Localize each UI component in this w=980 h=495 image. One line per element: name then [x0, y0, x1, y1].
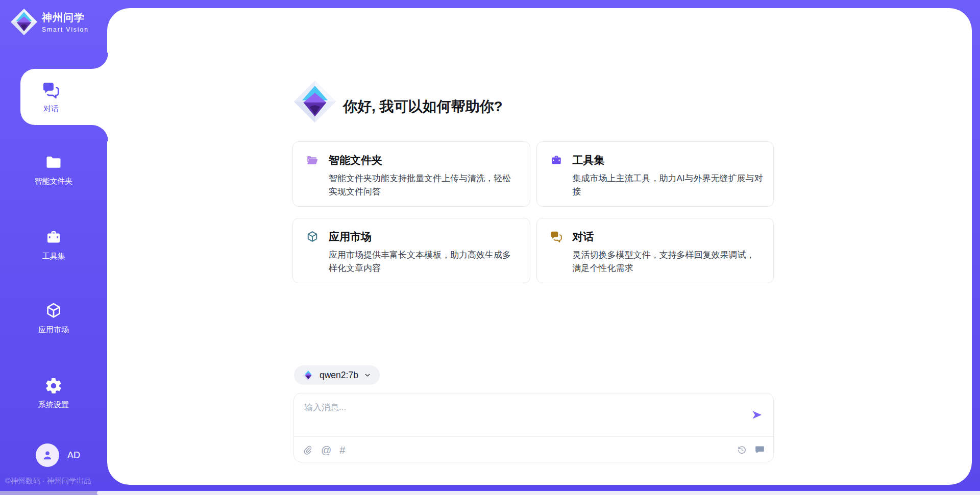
message-input[interactable]	[304, 402, 733, 432]
greeting-title: 你好, 我可以如何帮助你?	[343, 97, 503, 116]
card-description: 智能文件夹功能支持批量文件上传与清洗，轻松实现文件问答	[329, 172, 520, 199]
sidebar-item-market[interactable]: 应用市场	[0, 302, 107, 335]
model-logo-icon	[302, 369, 314, 381]
cube-icon	[44, 302, 63, 320]
gear-icon	[44, 377, 63, 395]
card-smart-folders[interactable]: 智能文件夹 智能文件夹功能支持批量文件上传与清洗，轻松实现文件问答	[292, 141, 530, 207]
card-title: 应用市场	[329, 230, 372, 244]
sidebar-item-chat[interactable]: 对话	[20, 69, 108, 125]
comment-icon	[754, 444, 765, 455]
sidebar-item-settings[interactable]: 系统设置	[0, 377, 107, 410]
at-mention-button[interactable]: @	[321, 445, 331, 455]
user-profile[interactable]: AD	[36, 443, 80, 467]
sidebar-item-label: 应用市场	[38, 325, 69, 335]
card-title: 工具集	[573, 153, 605, 167]
folder-open-icon	[306, 154, 319, 167]
model-name: qwen2:7b	[320, 370, 358, 381]
card-app-market[interactable]: 应用市场 应用市场提供丰富长文本模板，助力高效生成多样化文章内容	[292, 218, 530, 283]
card-toolset[interactable]: 工具集 集成市场上主流工具，助力AI与外界无缝扩展与对接	[536, 141, 774, 207]
sidebar-item-label: 对话	[43, 104, 59, 114]
attachment-button[interactable]	[302, 444, 313, 455]
sidebar-item-label: 智能文件夹	[35, 177, 73, 186]
sidebar-item-tools[interactable]: 工具集	[0, 228, 107, 261]
send-icon	[751, 409, 763, 421]
card-title: 智能文件夹	[329, 153, 382, 167]
toolbox-icon	[44, 228, 63, 246]
model-selector[interactable]: qwen2:7b	[294, 365, 380, 385]
sidebar: 神州问学 Smart Vision 对话 智能文件夹 工具集 应用市场 系统设置…	[0, 0, 107, 495]
person-icon	[41, 449, 54, 462]
chat-bubbles-icon	[550, 230, 563, 243]
sidebar-item-folders[interactable]: 智能文件夹	[0, 153, 107, 186]
hash-button[interactable]: #	[339, 445, 345, 455]
feature-cards: 智能文件夹 智能文件夹功能支持批量文件上传与清洗，轻松实现文件问答 工具集 集成…	[292, 141, 774, 283]
comment-button[interactable]	[754, 444, 765, 455]
card-description: 应用市场提供丰富长文本模板，助力高效生成多样化文章内容	[329, 249, 520, 276]
hero-logo-icon	[293, 80, 337, 123]
horizontal-scrollbar[interactable]	[0, 491, 980, 495]
sidebar-item-label: 系统设置	[38, 400, 69, 410]
main-panel: 你好, 我可以如何帮助你? 智能文件夹 智能文件夹功能支持批量文件上传与清洗，轻…	[107, 8, 972, 485]
card-description: 集成市场上主流工具，助力AI与外界无缝扩展与对接	[573, 172, 764, 199]
message-composer: @ #	[293, 393, 774, 462]
brand: 神州问学 Smart Vision	[10, 8, 89, 36]
attachment-icon	[302, 444, 313, 455]
brand-logo-icon	[10, 8, 38, 36]
send-button[interactable]	[751, 409, 763, 421]
scrollbar-thumb[interactable]	[97, 491, 980, 495]
card-title: 对话	[573, 230, 594, 244]
history-icon	[737, 444, 747, 455]
chevron-down-icon	[363, 371, 372, 379]
card-description: 灵活切换多模型文件，支持多样回复效果调试，满足个性化需求	[573, 249, 764, 276]
cube-icon	[306, 230, 319, 243]
chat-bubbles-icon	[41, 81, 61, 100]
brand-subtitle: Smart Vision	[42, 26, 89, 33]
toolbox-icon	[550, 154, 563, 167]
card-chat[interactable]: 对话 灵活切换多模型文件，支持多样回复效果调试，满足个性化需求	[536, 218, 774, 283]
sidebar-item-label: 工具集	[42, 252, 65, 261]
history-button[interactable]	[737, 444, 747, 455]
copyright-footer: ©神州数码 · 神州问学出品	[5, 476, 91, 486]
composer-toolbar: @ #	[294, 437, 773, 463]
folder-icon	[44, 153, 63, 171]
tab-curve-bottom	[92, 125, 108, 141]
user-initials: AD	[67, 450, 80, 461]
brand-name: 神州问学	[42, 11, 89, 24]
avatar	[36, 443, 59, 467]
tab-curve-top	[92, 53, 108, 69]
